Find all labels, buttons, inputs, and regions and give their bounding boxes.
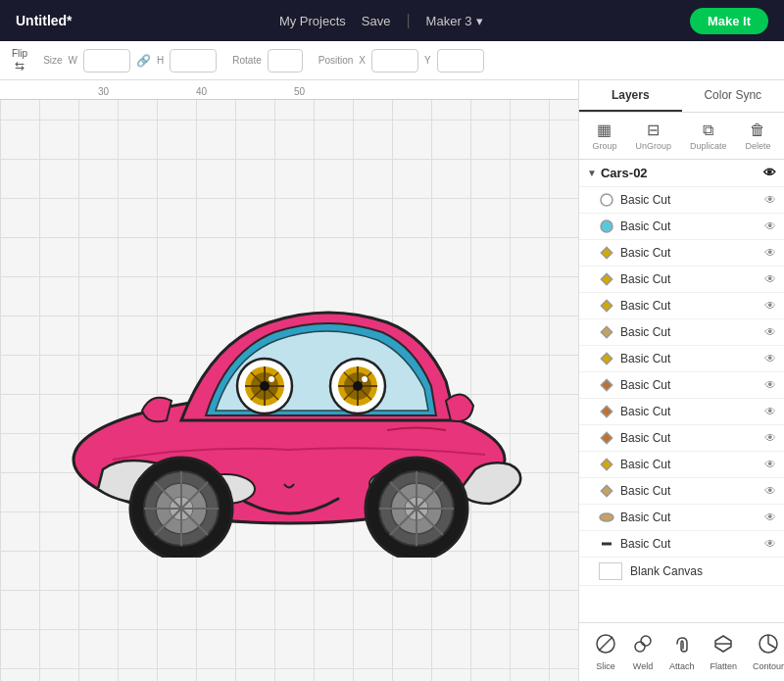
slice-icon	[595, 633, 616, 659]
nav-center: My Projects Save | Maker 3 ▾	[279, 12, 483, 29]
my-projects-link[interactable]: My Projects	[279, 14, 346, 28]
layer-visibility-icon[interactable]: 👁	[764, 299, 776, 313]
layer-item[interactable]: Basic Cut 👁	[579, 399, 784, 425]
tab-color-sync[interactable]: Color Sync	[682, 80, 785, 112]
group-button[interactable]: ▦ Group	[588, 119, 620, 153]
tab-layers[interactable]: Layers	[579, 80, 682, 112]
flip-arrows-icon: ⇆	[15, 59, 24, 73]
layer-item[interactable]: Basic Cut 👁	[579, 319, 784, 346]
flatten-icon	[712, 633, 734, 659]
collapse-arrow-icon: ▼	[587, 168, 597, 178]
layer-visibility-icon[interactable]: 👁	[764, 246, 776, 260]
layer-visibility-icon[interactable]: 👁	[764, 484, 776, 498]
layer-visibility-icon[interactable]: 👁	[764, 405, 776, 418]
layer-visibility-icon[interactable]: 👁	[764, 431, 776, 445]
svg-rect-44	[601, 379, 612, 390]
contour-label: Contour	[753, 661, 784, 671]
flatten-tool[interactable]: Flatten	[703, 629, 746, 675]
delete-button[interactable]: 🗑 Delete	[741, 120, 774, 153]
contour-icon	[758, 633, 779, 659]
nav-divider: |	[406, 12, 410, 29]
group-eye-icon[interactable]: 👁	[763, 166, 776, 180]
layer-visibility-icon[interactable]: 👁	[764, 193, 776, 207]
layer-item[interactable]: Basic Cut 👁	[579, 293, 784, 319]
layer-item[interactable]: Basic Cut 👁	[579, 267, 784, 293]
contour-tool[interactable]: Contour	[745, 629, 784, 675]
layer-item[interactable]: Basic Cut 👁	[579, 187, 784, 214]
layer-visibility-icon[interactable]: 👁	[764, 537, 776, 551]
x-input[interactable]	[371, 49, 418, 73]
position-label: Position	[318, 55, 354, 66]
svg-point-9	[269, 376, 274, 382]
blank-canvas-swatch	[599, 562, 622, 580]
layer-name: Basic Cut	[620, 246, 759, 260]
bottom-tools-bar: Slice Weld Attach Flatten	[579, 622, 784, 681]
layer-visibility-icon[interactable]: 👁	[764, 378, 776, 392]
layer-item[interactable]: Basic Cut 👁	[579, 505, 784, 531]
canvas-area[interactable]: 30 40 50	[0, 80, 578, 681]
layer-item[interactable]: Basic Cut 👁	[579, 452, 784, 478]
layer-icon-diamond	[599, 404, 614, 419]
ungroup-button[interactable]: ⊟ UnGroup	[631, 119, 675, 153]
layer-icon-line	[599, 536, 614, 552]
weld-icon	[632, 633, 654, 659]
layer-item[interactable]: Basic Cut 👁	[579, 478, 784, 505]
layer-icon-circle	[599, 219, 614, 234]
height-input[interactable]	[170, 49, 217, 73]
size-group: Size W 🔗 H	[43, 49, 217, 73]
layer-icon-diamond	[599, 457, 614, 472]
svg-point-38	[601, 220, 612, 232]
ruler-mark-40: 40	[196, 86, 207, 97]
layer-visibility-icon[interactable]: 👁	[764, 458, 776, 471]
h-label: H	[157, 55, 164, 66]
layer-visibility-icon[interactable]: 👁	[764, 272, 776, 286]
layer-item[interactable]: Basic Cut 👁	[579, 425, 784, 452]
y-input[interactable]	[437, 49, 484, 73]
layer-visibility-icon[interactable]: 👁	[764, 352, 776, 365]
layer-visibility-icon[interactable]: 👁	[764, 511, 776, 524]
layer-name: Basic Cut	[620, 299, 759, 313]
layer-name: Basic Cut	[620, 272, 759, 286]
layer-item[interactable]: Basic Cut 👁	[579, 240, 784, 267]
layer-name: Basic Cut	[620, 405, 759, 418]
size-label: Size	[43, 55, 62, 66]
blank-canvas-item[interactable]: Blank Canvas	[579, 558, 784, 586]
weld-tool[interactable]: Weld	[624, 629, 662, 675]
svg-rect-40	[601, 273, 612, 284]
ungroup-label: UnGroup	[635, 141, 671, 151]
rotate-input[interactable]	[268, 49, 303, 73]
save-link[interactable]: Save	[362, 14, 391, 28]
layer-visibility-icon[interactable]: 👁	[764, 325, 776, 339]
layer-icon-circle	[599, 192, 614, 208]
svg-line-52	[599, 637, 612, 651]
y-label: Y	[424, 55, 431, 66]
attach-label: Attach	[669, 661, 695, 671]
layer-list: Basic Cut 👁 Basic Cut 👁 Basic Cut 👁	[579, 187, 784, 622]
svg-rect-47	[601, 459, 612, 469]
right-panel: Layers Color Sync ▦ Group ⊟ UnGroup ⧉ Du…	[578, 80, 784, 681]
make-it-button[interactable]: Make It	[690, 8, 768, 34]
layer-item[interactable]: Basic Cut 👁	[579, 346, 784, 372]
layer-name: Basic Cut	[620, 193, 759, 207]
top-navigation: Untitled* My Projects Save | Maker 3 ▾ M…	[0, 0, 784, 41]
group-icon: ▦	[597, 121, 612, 139]
layer-group-header[interactable]: ▼ Cars-02 👁	[579, 160, 784, 187]
layer-name: Basic Cut	[620, 352, 759, 365]
width-input[interactable]	[83, 49, 130, 73]
layer-item[interactable]: Basic Cut 👁	[579, 214, 784, 240]
slice-tool[interactable]: Slice	[587, 629, 624, 675]
flip-group: Flip ⇆	[12, 48, 27, 73]
duplicate-icon: ⧉	[703, 122, 713, 139]
w-label: W	[69, 55, 77, 66]
duplicate-button[interactable]: ⧉ Duplicate	[686, 120, 731, 153]
rotate-label: Rotate	[232, 55, 261, 66]
svg-rect-43	[601, 353, 612, 364]
layer-icon-diamond	[599, 377, 614, 393]
group-label: Group	[592, 141, 616, 151]
svg-point-37	[601, 194, 612, 206]
maker-selector[interactable]: Maker 3 ▾	[426, 14, 483, 28]
layer-visibility-icon[interactable]: 👁	[764, 219, 776, 233]
layer-item[interactable]: Basic Cut 👁	[579, 372, 784, 399]
layer-item[interactable]: Basic Cut 👁	[579, 531, 784, 558]
attach-tool[interactable]: Attach	[662, 629, 703, 675]
